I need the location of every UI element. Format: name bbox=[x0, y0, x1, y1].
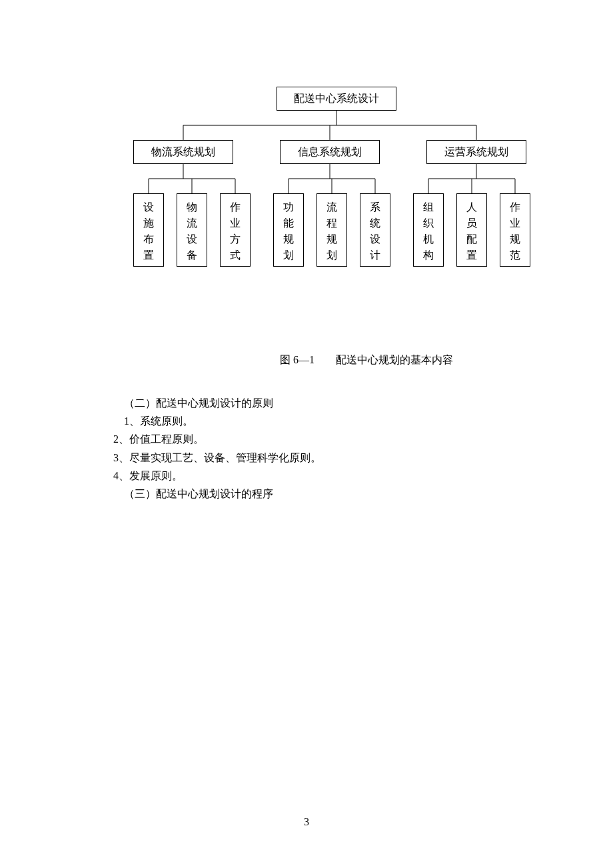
node-leaf-2: 物流设备 bbox=[177, 193, 207, 267]
text-section: （二）配送中心规划设计的原则 1、系统原则。 2、价值工程原则。 3、尽量实现工… bbox=[0, 394, 613, 503]
node-leaf-4: 功能规划 bbox=[273, 193, 304, 267]
principle-item-1: 1、系统原则。 bbox=[113, 412, 533, 430]
principle-item-2: 2、价值工程原则。 bbox=[113, 430, 533, 448]
node-mid-logistics: 物流系统规划 bbox=[133, 140, 233, 164]
node-leaf-5: 流程规划 bbox=[316, 193, 347, 267]
section-heading-2: （二）配送中心规划设计的原则 bbox=[113, 394, 533, 412]
node-mid-operation: 运营系统规划 bbox=[426, 140, 526, 164]
node-leaf-3: 作业方式 bbox=[220, 193, 251, 267]
node-mid-information: 信息系统规划 bbox=[280, 140, 380, 164]
page-number: 3 bbox=[0, 816, 613, 828]
node-leaf-7: 组织机构 bbox=[413, 193, 444, 267]
principle-item-3: 3、尽量实现工艺、设备、管理科学化原则。 bbox=[113, 449, 533, 467]
section-heading-3: （三）配送中心规划设计的程序 bbox=[113, 485, 533, 503]
hierarchy-diagram: 配送中心系统设计 物流系统规划 信息系统规划 运营系统规划 设施布置 物流设备 … bbox=[133, 87, 613, 313]
figure-caption: 图 6—1 配送中心规划的基本内容 bbox=[0, 353, 613, 367]
node-leaf-1: 设施布置 bbox=[133, 193, 164, 267]
node-leaf-8: 人员配置 bbox=[456, 193, 487, 267]
node-root: 配送中心系统设计 bbox=[277, 87, 396, 111]
principle-item-4: 4、发展原则。 bbox=[113, 467, 533, 485]
node-leaf-6: 系统设计 bbox=[360, 193, 390, 267]
node-leaf-9: 作业规范 bbox=[500, 193, 530, 267]
